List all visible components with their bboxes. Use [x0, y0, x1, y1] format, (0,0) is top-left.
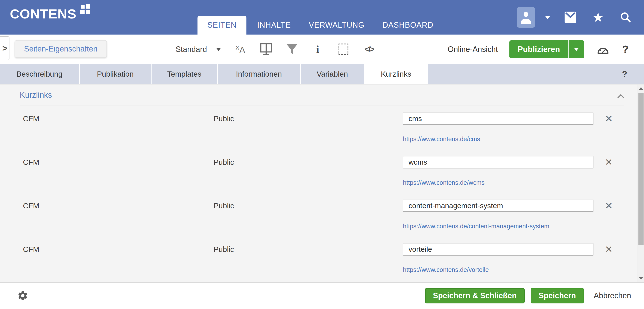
- page-properties-button[interactable]: Seiten-Eigenschaften: [14, 40, 107, 58]
- kurzlink-row: CFM Public ✕: [0, 156, 636, 168]
- user-avatar[interactable]: [517, 7, 535, 28]
- selection-icon[interactable]: [338, 43, 350, 56]
- remove-link-icon[interactable]: ✕: [602, 200, 615, 212]
- person-icon: [520, 11, 532, 24]
- performance-gauge-icon[interactable]: [597, 45, 609, 54]
- link-visibility: Public: [214, 245, 234, 254]
- scroll-down-icon[interactable]: [639, 277, 643, 280]
- tab-templates[interactable]: Templates: [152, 64, 217, 84]
- kurzlink-url[interactable]: https://www.contens.de/wcms: [403, 178, 484, 187]
- link-type: CFM: [23, 114, 39, 123]
- link-visibility: Public: [214, 114, 234, 123]
- code-icon[interactable]: </>: [363, 43, 375, 56]
- variant-dropdown[interactable]: Standard: [176, 34, 221, 64]
- variant-label: Standard: [176, 45, 207, 54]
- mail-icon[interactable]: [564, 12, 576, 23]
- cancel-button[interactable]: Abbrechen: [594, 291, 631, 300]
- preview-icon[interactable]: [260, 43, 272, 56]
- property-tabs: Beschreibung Publikation Templates Infor…: [0, 64, 644, 84]
- link-visibility: Public: [214, 158, 234, 166]
- user-menu-caret-icon[interactable]: [545, 16, 550, 19]
- tabrow-filler: ?: [428, 64, 644, 84]
- vertical-scrollbar[interactable]: [638, 84, 644, 282]
- kurzlinks-panel: Kurzlinks CFM Public ✕ https://www.conte…: [0, 84, 644, 282]
- slug-input[interactable]: [403, 200, 594, 212]
- section-title: Kurzlinks: [20, 90, 52, 100]
- tab-help-icon[interactable]: ?: [622, 69, 627, 79]
- nav-tab-inhalte[interactable]: INHALTE: [250, 16, 298, 34]
- scroll-up-icon[interactable]: [639, 87, 643, 90]
- logo-grid-icon: [80, 4, 90, 14]
- remove-link-icon[interactable]: ✕: [602, 156, 615, 168]
- tab-variablen[interactable]: Variablen: [301, 64, 364, 84]
- tab-kurzlinks[interactable]: Kurzlinks: [365, 64, 428, 84]
- section-divider: [20, 106, 624, 106]
- save-button[interactable]: Speichern: [531, 288, 584, 304]
- kurzlink-url[interactable]: https://www.contens.de/vorteile: [403, 265, 489, 274]
- dialog-footer: Speichern & Schließen Speichern Abbreche…: [0, 282, 644, 308]
- nav-tab-verwaltung[interactable]: VERWALTUNG: [302, 16, 372, 34]
- kurzlink-row: CFM Public ✕: [0, 243, 636, 256]
- kurzlink-row: CFM Public ✕: [0, 200, 636, 212]
- chevron-down-icon: [216, 48, 221, 51]
- header-icons: ★: [517, 0, 632, 34]
- collapse-section-icon[interactable]: [618, 94, 624, 98]
- help-icon[interactable]: ?: [622, 43, 628, 55]
- online-view-link[interactable]: Online-Ansicht: [448, 45, 498, 54]
- link-type: CFM: [23, 202, 39, 210]
- tab-informationen[interactable]: Informationen: [218, 64, 300, 84]
- save-and-close-button[interactable]: Speichern & Schließen: [425, 288, 525, 304]
- gear-icon[interactable]: [17, 290, 28, 301]
- nav-tab-dashboard[interactable]: DASHBOARD: [375, 16, 441, 34]
- publish-button[interactable]: Publizieren: [510, 40, 584, 58]
- search-icon[interactable]: [620, 11, 632, 24]
- publish-menu-caret-icon[interactable]: [568, 40, 584, 58]
- toolbar-right: Online-Ansicht Publizieren ?: [448, 34, 628, 64]
- info-icon[interactable]: i: [312, 43, 324, 56]
- tree-expander-button[interactable]: >: [0, 36, 10, 60]
- page-toolbar: > Seiten-Eigenschaften Standard x̄A i </…: [0, 34, 644, 64]
- link-visibility: Public: [214, 202, 234, 210]
- tab-publikation[interactable]: Publikation: [80, 64, 151, 84]
- slug-input[interactable]: [403, 243, 594, 256]
- filter-icon[interactable]: [286, 43, 298, 56]
- nav-tab-seiten[interactable]: SEITEN: [198, 16, 246, 34]
- scrollbar-thumb[interactable]: [638, 93, 644, 245]
- slug-input[interactable]: [403, 156, 594, 168]
- publish-label: Publizieren: [510, 40, 568, 58]
- footer-actions: Speichern & Schließen Speichern Abbreche…: [425, 288, 631, 304]
- app-header: CONTENS SEITEN INHALTE VERWALTUNG DASHBO…: [0, 0, 644, 34]
- remove-link-icon[interactable]: ✕: [602, 112, 615, 125]
- toolbar-icons: x̄A i </>: [234, 34, 375, 64]
- translate-icon[interactable]: x̄A: [234, 43, 246, 56]
- logo-text: CONTENS: [10, 6, 76, 22]
- kurzlink-url[interactable]: https://www.contens.de/content-managemen…: [403, 222, 549, 231]
- slug-input[interactable]: [403, 112, 594, 125]
- favorites-star-icon[interactable]: ★: [592, 11, 604, 24]
- link-type: CFM: [23, 158, 39, 166]
- contens-logo: CONTENS: [10, 6, 90, 22]
- link-type: CFM: [23, 245, 39, 254]
- tab-beschreibung[interactable]: Beschreibung: [0, 64, 79, 84]
- kurzlink-url[interactable]: https://www.contens.de/cms: [403, 134, 480, 144]
- main-navigation: SEITEN INHALTE VERWALTUNG DASHBOARD: [198, 16, 444, 34]
- remove-link-icon[interactable]: ✕: [602, 243, 615, 256]
- kurzlink-row: CFM Public ✕: [0, 112, 636, 125]
